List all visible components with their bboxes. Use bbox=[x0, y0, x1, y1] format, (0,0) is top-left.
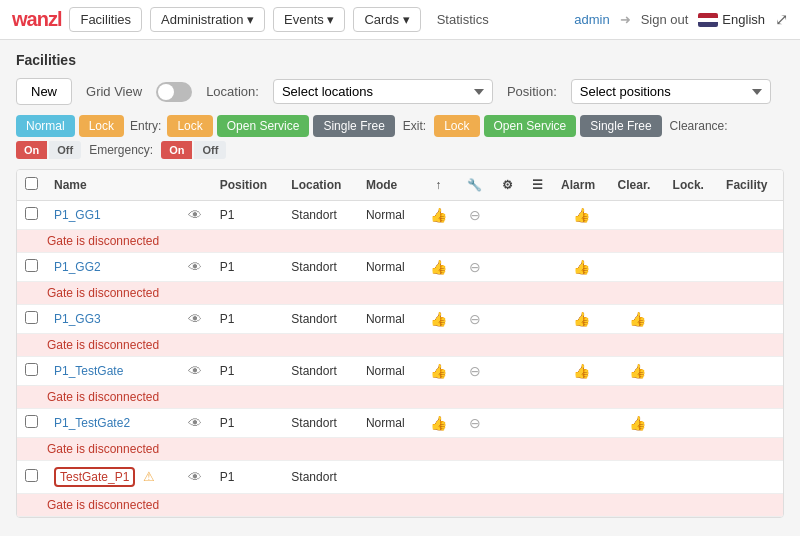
language-selector[interactable]: English bbox=[698, 12, 765, 27]
gear-cell bbox=[492, 201, 523, 230]
clearance-on-btn[interactable]: On bbox=[16, 141, 47, 159]
minus-icon[interactable]: ⊖ bbox=[469, 207, 481, 223]
gate-name-cell: P1_TestGate2 bbox=[46, 409, 178, 438]
emergency-on-btn[interactable]: On bbox=[161, 141, 192, 159]
nav-facilities-button[interactable]: Facilities bbox=[69, 7, 142, 32]
expand-icon[interactable]: ⤢ bbox=[775, 10, 788, 29]
brand-logo: wanzl bbox=[12, 8, 61, 31]
thumb-up-icon[interactable]: 👍 bbox=[430, 259, 447, 275]
clear-cell bbox=[610, 201, 665, 230]
lock-filter-btn[interactable]: Lock bbox=[79, 115, 124, 137]
thumb-up-icon[interactable]: 👍 bbox=[430, 207, 447, 223]
minus-icon[interactable]: ⊖ bbox=[469, 311, 481, 327]
gate-name-link[interactable]: P1_GG3 bbox=[54, 312, 101, 326]
gate-name-link[interactable]: P1_GG1 bbox=[54, 208, 101, 222]
row-checkbox-cell bbox=[17, 409, 46, 438]
table-row: P1_GG3 👁 P1 Standort Normal 👍 ⊖ 👍 👍 bbox=[17, 305, 783, 334]
entry-single-free-btn[interactable]: Single Free bbox=[313, 115, 394, 137]
col-eye bbox=[178, 170, 212, 201]
minus-icon[interactable]: ⊖ bbox=[469, 259, 481, 275]
eye-cell: 👁 bbox=[178, 409, 212, 438]
grid-view-toggle[interactable] bbox=[156, 82, 192, 102]
position-select[interactable]: Select positions bbox=[571, 79, 771, 104]
clear-cell bbox=[610, 461, 665, 494]
position-cell: P1 bbox=[212, 253, 284, 282]
disconnected-msg: Gate is disconnected bbox=[17, 230, 783, 253]
eye-icon[interactable]: 👁 bbox=[188, 363, 202, 379]
clearance-off-btn[interactable]: Off bbox=[49, 141, 81, 159]
location-cell: Standort bbox=[283, 357, 358, 386]
disconnected-msg: Gate is disconnected bbox=[17, 282, 783, 305]
col-location: Location bbox=[283, 170, 358, 201]
clear-cell: 👍 bbox=[610, 357, 665, 386]
nav-cards-button[interactable]: Cards ▾ bbox=[353, 7, 420, 32]
eye-icon[interactable]: 👁 bbox=[188, 469, 202, 485]
position-cell: P1 bbox=[212, 461, 284, 494]
table-scroll[interactable]: Name Position Location Mode ↑ 🔧 ⚙ ☰ Alar… bbox=[17, 170, 783, 517]
thumb-up-icon[interactable]: 👍 bbox=[430, 311, 447, 327]
emergency-off-btn[interactable]: Off bbox=[194, 141, 226, 159]
gate-name-cell: P1_GG3 bbox=[46, 305, 178, 334]
location-label: Location: bbox=[206, 84, 259, 99]
disconnected-row: Gate is disconnected bbox=[17, 282, 783, 305]
row-checkbox[interactable] bbox=[25, 415, 38, 428]
clear-cell: 👍 bbox=[610, 409, 665, 438]
mode-cell: Normal bbox=[358, 201, 420, 230]
disconnected-msg: Gate is disconnected bbox=[17, 386, 783, 409]
exit-lock-btn[interactable]: Lock bbox=[434, 115, 479, 137]
mode-cell: Normal bbox=[358, 357, 420, 386]
normal-filter-btn[interactable]: Normal bbox=[16, 115, 75, 137]
wrench-cell: ⊖ bbox=[457, 357, 492, 386]
up-cell bbox=[420, 461, 457, 494]
thumb-up-icon[interactable]: 👍 bbox=[430, 415, 447, 431]
minus-icon[interactable]: ⊖ bbox=[469, 415, 481, 431]
row-checkbox[interactable] bbox=[25, 469, 38, 482]
minus-icon[interactable]: ⊖ bbox=[469, 363, 481, 379]
alarm-cell: 👍 bbox=[553, 201, 610, 230]
admin-link[interactable]: admin bbox=[574, 12, 609, 27]
select-all-checkbox[interactable] bbox=[25, 177, 38, 190]
table-row: P1_TestGate 👁 P1 Standort Normal 👍 ⊖ 👍 👍 bbox=[17, 357, 783, 386]
gate-name-link[interactable]: P1_GG2 bbox=[54, 260, 101, 274]
clear-icon: 👍 bbox=[629, 311, 646, 327]
location-select[interactable]: Select locations bbox=[273, 79, 493, 104]
grid-view-label: Grid View bbox=[86, 84, 142, 99]
sign-out-link[interactable]: Sign out bbox=[641, 12, 689, 27]
entry-open-service-btn[interactable]: Open Service bbox=[217, 115, 310, 137]
gear-cell bbox=[492, 305, 523, 334]
row-checkbox-cell bbox=[17, 253, 46, 282]
facility-cell bbox=[718, 305, 783, 334]
entry-lock-btn[interactable]: Lock bbox=[167, 115, 212, 137]
entry-label: Entry: bbox=[130, 119, 161, 133]
gate-name-link[interactable]: P1_TestGate bbox=[54, 364, 123, 378]
gate-name-link[interactable]: P1_TestGate2 bbox=[54, 416, 130, 430]
location-cell: Standort bbox=[283, 201, 358, 230]
eye-icon[interactable]: 👁 bbox=[188, 415, 202, 431]
new-button[interactable]: New bbox=[16, 78, 72, 105]
nav-administration-button[interactable]: Administration ▾ bbox=[150, 7, 265, 32]
clear-cell: 👍 bbox=[610, 305, 665, 334]
eye-icon[interactable]: 👁 bbox=[188, 207, 202, 223]
eye-icon[interactable]: 👁 bbox=[188, 259, 202, 275]
language-label: English bbox=[722, 12, 765, 27]
alarm-cell: 👍 bbox=[553, 357, 610, 386]
alarm-cell bbox=[553, 409, 610, 438]
nav-statistics-button[interactable]: Statistics bbox=[429, 8, 497, 31]
row-checkbox[interactable] bbox=[25, 311, 38, 324]
disconnected-msg: Gate is disconnected bbox=[17, 438, 783, 461]
row-checkbox[interactable] bbox=[25, 207, 38, 220]
eye-icon[interactable]: 👁 bbox=[188, 311, 202, 327]
gear-cell bbox=[492, 357, 523, 386]
gate-name-link-highlighted[interactable]: TestGate_P1 bbox=[54, 467, 135, 487]
lock-cell bbox=[665, 461, 719, 494]
nav-events-button[interactable]: Events ▾ bbox=[273, 7, 345, 32]
exit-open-service-btn[interactable]: Open Service bbox=[484, 115, 577, 137]
warning-icon: ⚠ bbox=[143, 469, 155, 484]
exit-single-free-btn[interactable]: Single Free bbox=[580, 115, 661, 137]
up-cell: 👍 bbox=[420, 409, 457, 438]
location-cell: Standort bbox=[283, 305, 358, 334]
row-checkbox[interactable] bbox=[25, 259, 38, 272]
row-checkbox[interactable] bbox=[25, 363, 38, 376]
disconnected-msg: Gate is disconnected bbox=[17, 494, 783, 517]
thumb-up-icon[interactable]: 👍 bbox=[430, 363, 447, 379]
